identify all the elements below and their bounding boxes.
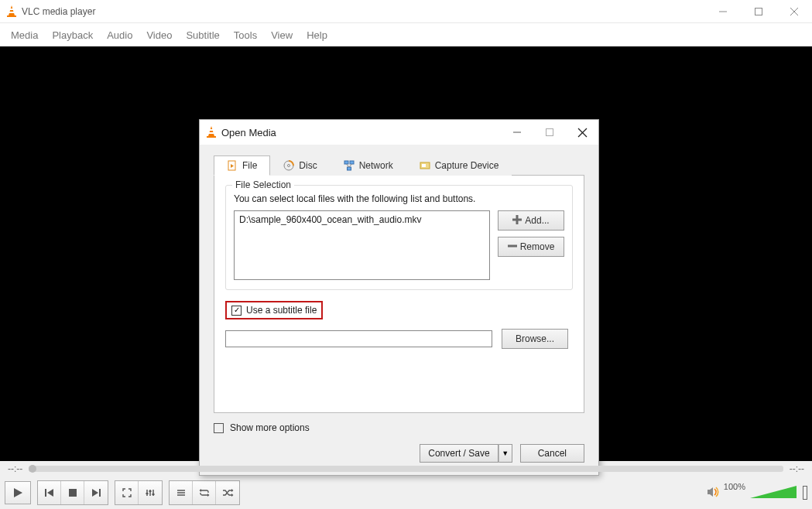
dialog-title: Open Media — [221, 127, 501, 138]
highlight-annotation: ✓ Use a subtitle file — [225, 301, 323, 319]
svg-marker-0 — [9, 5, 15, 15]
capture-icon — [420, 160, 430, 171]
svg-rect-3 — [7, 15, 16, 17]
play-icon — [12, 487, 23, 498]
show-more-label: Show more options — [230, 422, 310, 433]
plus-icon — [512, 215, 522, 227]
file-selection-legend: File Selection — [232, 179, 294, 190]
playlist-button[interactable] — [170, 481, 193, 504]
tab-file[interactable]: File — [214, 155, 270, 176]
subtitle-checkbox-label: Use a subtitle file — [246, 305, 317, 316]
svg-rect-1 — [10, 9, 14, 10]
svg-line-24 — [349, 164, 352, 167]
main-titlebar: VLC media player — [0, 0, 812, 23]
previous-button[interactable] — [38, 481, 61, 504]
menu-video[interactable]: Video — [146, 29, 172, 41]
tab-capture-label: Capture Device — [435, 160, 499, 171]
main-window-title: VLC media player — [22, 6, 705, 17]
svg-rect-40 — [149, 490, 152, 492]
stop-button[interactable] — [61, 481, 84, 504]
svg-rect-20 — [344, 161, 348, 164]
remove-button[interactable]: Remove — [498, 237, 564, 257]
subtitle-checkbox-row: ✓ Use a subtitle file — [225, 301, 573, 319]
network-icon — [344, 160, 355, 171]
svg-rect-35 — [99, 489, 101, 497]
cancel-button-label: Cancel — [538, 448, 567, 459]
subtitle-path-input[interactable] — [225, 330, 492, 347]
menu-help[interactable]: Help — [307, 29, 327, 41]
browse-button[interactable]: Browse... — [502, 329, 568, 349]
extended-settings-button[interactable] — [139, 481, 162, 504]
dialog-maximize-button[interactable] — [533, 120, 566, 145]
svg-rect-31 — [45, 489, 46, 497]
minus-icon — [508, 241, 517, 253]
maximize-button[interactable] — [741, 0, 776, 23]
subtitle-checkbox[interactable]: ✓ — [231, 306, 242, 316]
show-more-checkbox[interactable] — [214, 423, 224, 433]
menu-playback[interactable]: Playback — [52, 29, 93, 41]
minimize-button[interactable] — [705, 0, 741, 23]
svg-rect-33 — [69, 489, 77, 497]
dropdown-arrow-icon[interactable]: ▼ — [499, 444, 512, 463]
file-list-item[interactable]: D:\sample_960x400_ocean_with_audio.mkv — [239, 214, 485, 225]
playlist-group — [169, 480, 240, 505]
close-button[interactable] — [776, 0, 812, 23]
shuffle-button[interactable] — [216, 481, 239, 504]
disc-icon — [283, 160, 294, 171]
browse-button-label: Browse... — [516, 333, 554, 344]
seek-slider[interactable] — [29, 466, 783, 472]
show-more-row: Show more options — [214, 422, 584, 433]
tab-disc[interactable]: Disc — [270, 155, 330, 176]
main-window-controls — [705, 0, 812, 23]
next-button[interactable] — [84, 481, 108, 504]
tab-file-body: File Selection You can select local file… — [214, 175, 584, 413]
svg-rect-26 — [422, 164, 426, 167]
file-list[interactable]: D:\sample_960x400_ocean_with_audio.mkv — [234, 210, 490, 280]
speaker-icon[interactable] — [707, 487, 719, 499]
svg-rect-10 — [209, 132, 214, 134]
svg-rect-41 — [152, 494, 155, 495]
svg-marker-47 — [231, 489, 234, 492]
convert-save-button[interactable]: Convert / Save ▼ — [420, 444, 512, 463]
remove-button-label: Remove — [520, 241, 555, 252]
svg-rect-28 — [512, 218, 522, 220]
loop-button[interactable] — [193, 481, 216, 504]
svg-rect-22 — [347, 167, 351, 170]
dialog-titlebar: Open Media — [200, 120, 598, 145]
volume-slider[interactable] — [750, 486, 797, 500]
svg-rect-2 — [9, 12, 14, 13]
svg-rect-11 — [207, 136, 216, 138]
volume-max-indicator — [803, 486, 807, 500]
svg-rect-5 — [755, 8, 762, 15]
svg-line-23 — [346, 164, 349, 167]
svg-marker-30 — [14, 488, 22, 497]
svg-rect-21 — [350, 161, 354, 164]
dialog-minimize-button[interactable] — [501, 120, 533, 145]
volume-area: 100% — [707, 486, 807, 500]
playback-controls: 100% — [0, 477, 812, 509]
menu-audio[interactable]: Audio — [107, 29, 132, 41]
add-button-label: Add... — [525, 215, 549, 226]
menu-subtitle[interactable]: Subtitle — [186, 29, 219, 41]
file-icon — [227, 160, 238, 171]
cancel-button[interactable]: Cancel — [520, 444, 584, 463]
svg-marker-32 — [47, 489, 53, 497]
svg-marker-48 — [231, 494, 234, 497]
fullscreen-button[interactable] — [115, 481, 139, 504]
menu-tools[interactable]: Tools — [234, 29, 257, 41]
menu-view[interactable]: View — [271, 29, 293, 41]
open-media-dialog: Open Media File Disc Network Ca — [199, 119, 599, 476]
svg-rect-9 — [210, 129, 214, 131]
dialog-close-button[interactable] — [566, 120, 598, 145]
play-button[interactable] — [5, 481, 31, 504]
menu-media[interactable]: Media — [11, 29, 38, 41]
tab-capture[interactable]: Capture Device — [406, 155, 512, 176]
svg-rect-13 — [546, 129, 553, 136]
convert-save-label: Convert / Save — [420, 444, 498, 463]
tab-network[interactable]: Network — [331, 155, 406, 176]
file-selection-group: File Selection You can select local file… — [225, 185, 573, 290]
add-button[interactable]: Add... — [498, 210, 564, 231]
svg-marker-49 — [708, 487, 713, 497]
volume-percent: 100% — [724, 482, 745, 491]
tab-network-label: Network — [359, 160, 393, 171]
